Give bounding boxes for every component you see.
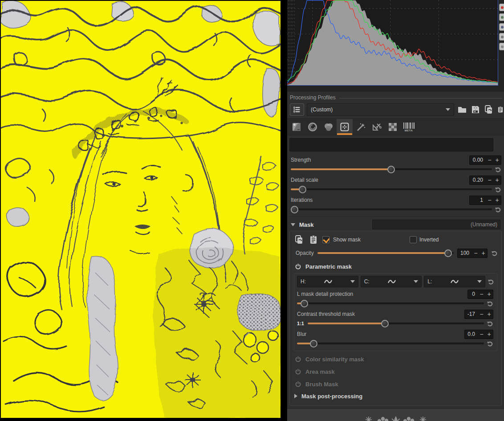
- contrast-threshold-value[interactable]: -17: [465, 311, 478, 317]
- brush-mask-header[interactable]: Brush Mask: [291, 378, 500, 390]
- contrast-threshold-reset-icon[interactable]: [487, 320, 493, 327]
- contrast-threshold-slider-knob[interactable]: [381, 320, 389, 327]
- detail-scale-spinbox[interactable]: 0.20 − +: [469, 176, 501, 185]
- histogram-mode-button[interactable]: [499, 43, 504, 50]
- l-detail-slider-knob[interactable]: [301, 300, 308, 307]
- curve-icon: [388, 279, 396, 284]
- paste-profile-button[interactable]: [497, 104, 504, 115]
- blur-value[interactable]: 0.0: [465, 331, 478, 337]
- inverted-checkbox[interactable]: [410, 236, 417, 243]
- opacity-slider-knob[interactable]: [444, 249, 452, 257]
- l-detail-increment-button[interactable]: +: [485, 290, 493, 298]
- iterations-slider[interactable]: [291, 208, 492, 210]
- tab-metadata[interactable]: META: [401, 119, 417, 135]
- mask-preview-image[interactable]: [1, 1, 280, 418]
- power-icon[interactable]: [295, 356, 301, 363]
- tab-local-editing[interactable]: [337, 119, 353, 135]
- area-mask-header[interactable]: Area mask: [291, 365, 500, 378]
- processing-profiles-label: Processing Profiles: [290, 94, 336, 101]
- contrast-threshold-spinbox[interactable]: -17 − +: [464, 310, 493, 319]
- tab-color[interactable]: [305, 119, 321, 135]
- opacity-slider[interactable]: [317, 252, 454, 254]
- strength-spinbox[interactable]: 0.00 − +: [469, 155, 501, 165]
- load-profile-button[interactable]: [457, 104, 467, 115]
- color-tab-icon: [308, 122, 317, 132]
- blur-decrement-button[interactable]: −: [478, 330, 485, 339]
- tab-detail[interactable]: [321, 119, 337, 135]
- tab-effects[interactable]: [353, 119, 369, 135]
- strength-slider[interactable]: [291, 168, 492, 170]
- l-detail-value[interactable]: 0: [468, 291, 478, 297]
- contrast-threshold-increment-button[interactable]: +: [485, 310, 493, 319]
- strength-slider-knob[interactable]: [387, 166, 395, 173]
- mask-name-field[interactable]: (Unnamed): [372, 220, 500, 229]
- contrast-threshold-slider[interactable]: [308, 323, 484, 324]
- histogram-red-channel-button[interactable]: [499, 4, 504, 11]
- iterations-reset-icon[interactable]: [495, 206, 501, 213]
- blur-spinbox[interactable]: 0.0 − +: [464, 330, 493, 339]
- strength-reset-icon[interactable]: [495, 166, 501, 173]
- blur-slider-knob[interactable]: [310, 340, 317, 347]
- tab-raw[interactable]: [385, 119, 401, 135]
- contrast-threshold-decrement-button[interactable]: −: [478, 310, 485, 319]
- opacity-increment-button[interactable]: +: [480, 249, 487, 258]
- curves-reset-icon[interactable]: [488, 278, 494, 285]
- opacity-value[interactable]: 100: [458, 250, 472, 256]
- opacity-decrement-button[interactable]: −: [472, 249, 480, 258]
- iterations-decrement-button[interactable]: −: [486, 196, 493, 204]
- iterations-increment-button[interactable]: +: [493, 196, 501, 204]
- mask-post-processing-expander[interactable]: Mask post-processing: [291, 390, 500, 402]
- luminance-curve-select[interactable]: L:: [424, 276, 485, 287]
- strength-value[interactable]: 0.00: [470, 157, 486, 163]
- copy-profile-button[interactable]: [484, 104, 494, 115]
- power-icon[interactable]: [295, 381, 301, 388]
- detail-scale-slider-knob[interactable]: [299, 186, 306, 193]
- tab-exposure[interactable]: [289, 119, 305, 135]
- detail-scale-value[interactable]: 0.20: [470, 177, 486, 183]
- parametric-mask-box: H: C: L:: [294, 273, 497, 351]
- detail-scale-slider[interactable]: [291, 188, 492, 190]
- save-profile-button[interactable]: [470, 104, 481, 115]
- paste-mask-button[interactable]: [308, 234, 319, 245]
- iterations-slider-knob[interactable]: [291, 206, 298, 213]
- blur-increment-button[interactable]: +: [485, 330, 493, 339]
- power-icon[interactable]: [295, 263, 301, 270]
- l-detail-slider[interactable]: [297, 302, 484, 304]
- histogram-plot[interactable]: [287, 0, 498, 86]
- l-detail-spinbox[interactable]: 0 − +: [467, 290, 493, 299]
- parametric-curve-row: H: C: L:: [297, 276, 494, 287]
- contrast-threshold-control: Contrast threshold mask -17 − + 1:1: [297, 309, 494, 328]
- tab-transform[interactable]: [369, 119, 385, 135]
- histogram-chart: [287, 0, 498, 85]
- histogram-blue-channel-button[interactable]: [499, 23, 504, 31]
- copy-mask-button[interactable]: [294, 234, 305, 245]
- detail-scale-increment-button[interactable]: +: [493, 176, 501, 184]
- detail-scale-decrement-button[interactable]: −: [486, 176, 493, 184]
- panel-footer: [287, 409, 504, 421]
- power-icon[interactable]: [295, 368, 301, 375]
- l-detail-reset-icon[interactable]: [487, 300, 493, 307]
- l-detail-decrement-button[interactable]: −: [478, 290, 485, 298]
- histogram-green-channel-button[interactable]: [499, 13, 504, 21]
- iterations-value[interactable]: 1: [470, 197, 486, 203]
- detail-tab-icon: [324, 122, 333, 132]
- opacity-spinbox[interactable]: 100 − +: [457, 249, 488, 258]
- hue-curve-select[interactable]: H:: [297, 276, 358, 287]
- color-similarity-mask-header[interactable]: Color similarity mask: [291, 353, 500, 365]
- chroma-curve-select[interactable]: C:: [361, 276, 422, 287]
- profile-select[interactable]: (Custom): [307, 103, 454, 116]
- l-detail-protection-label: L mask detail protection: [297, 291, 353, 297]
- histogram-luminosity-button[interactable]: [499, 33, 504, 41]
- blur-slider[interactable]: [297, 343, 484, 344]
- show-mask-checkbox[interactable]: [322, 236, 329, 243]
- parametric-mask-header[interactable]: Parametric mask: [291, 261, 500, 272]
- opacity-reset-icon[interactable]: [491, 250, 498, 257]
- mask-expander[interactable]: Mask (Unnamed): [289, 218, 502, 231]
- iterations-spinbox[interactable]: 1 − +: [469, 196, 501, 205]
- strength-increment-button[interactable]: +: [493, 156, 501, 164]
- strength-decrement-button[interactable]: −: [486, 156, 493, 164]
- profile-list-button[interactable]: [290, 103, 304, 116]
- blur-reset-icon[interactable]: [487, 340, 493, 347]
- image-preview-area[interactable]: [0, 0, 287, 421]
- detail-scale-reset-icon[interactable]: [495, 186, 501, 193]
